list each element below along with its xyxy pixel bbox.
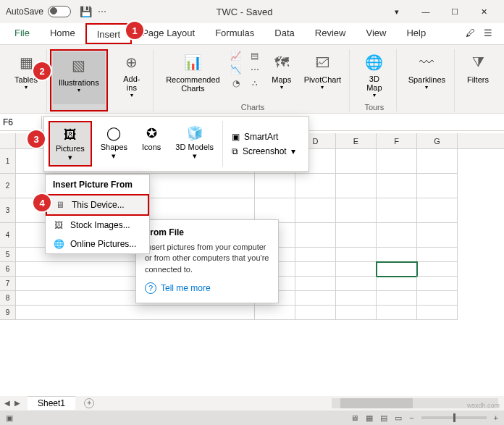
- tab-insert[interactable]: Insert: [85, 23, 133, 44]
- ribbon-collapse-icon[interactable]: ▾: [382, 0, 411, 23]
- page-layout-icon[interactable]: ▤: [380, 413, 387, 423]
- col-header-e[interactable]: E: [336, 133, 377, 148]
- row-header[interactable]: 9: [0, 306, 16, 320]
- col-header-g[interactable]: G: [417, 133, 458, 148]
- save-icon[interactable]: 💾: [80, 6, 92, 17]
- close-button[interactable]: ✕: [469, 0, 498, 23]
- cell[interactable]: [417, 149, 458, 174]
- 3d-models-button[interactable]: 🧊 3D Models▾: [169, 121, 219, 167]
- cell[interactable]: [295, 277, 336, 291]
- addins-button[interactable]: ⊕ Add-ins▾: [115, 49, 148, 101]
- chart-insert-5[interactable]: ⋯: [247, 63, 263, 76]
- this-device-item[interactable]: 🖥This Device...: [46, 194, 149, 216]
- cell[interactable]: [295, 262, 336, 277]
- col-header-f[interactable]: F: [377, 133, 417, 148]
- row-header[interactable]: 4: [0, 223, 16, 248]
- cell[interactable]: [295, 198, 336, 223]
- tab-data[interactable]: Data: [264, 23, 304, 44]
- cell[interactable]: [336, 291, 377, 306]
- maximize-button[interactable]: ☐: [440, 0, 469, 23]
- smartart-button[interactable]: ▣SmartArt: [229, 130, 298, 143]
- screenshot-button[interactable]: ⧉Screenshot▾: [229, 145, 298, 158]
- cell[interactable]: [377, 291, 417, 306]
- zoom-slider[interactable]: [421, 416, 487, 419]
- tab-file[interactable]: File: [4, 23, 40, 44]
- cell[interactable]: [295, 223, 336, 248]
- cell[interactable]: [16, 306, 255, 320]
- tab-review[interactable]: Review: [305, 23, 356, 44]
- tab-page-layout[interactable]: Page Layout: [132, 23, 205, 44]
- row-header[interactable]: 6: [0, 262, 16, 277]
- tab-home[interactable]: Home: [40, 23, 85, 44]
- cell[interactable]: [417, 262, 458, 277]
- cell[interactable]: [336, 248, 377, 262]
- recommended-charts-button[interactable]: 📊 Recommended Charts: [161, 49, 225, 101]
- sheet-nav-next[interactable]: ▶: [14, 399, 23, 407]
- cell[interactable]: [417, 174, 458, 198]
- minimize-button[interactable]: —: [411, 0, 440, 23]
- shapes-button[interactable]: ◯ Shapes▾: [95, 121, 133, 167]
- cell[interactable]: [377, 223, 417, 248]
- cell[interactable]: [295, 174, 336, 198]
- sparklines-button[interactable]: 〰 Sparklines▾: [404, 49, 450, 101]
- row-header[interactable]: 5: [0, 248, 16, 262]
- 3dmap-button[interactable]: 🌐 3D Map▾: [357, 49, 392, 101]
- chart-insert-2[interactable]: 📉: [228, 63, 244, 76]
- cell[interactable]: [377, 248, 417, 262]
- tab-formulas[interactable]: Formulas: [205, 23, 264, 44]
- chart-insert-1[interactable]: 📈: [228, 49, 244, 62]
- illustrations-button[interactable]: ▧ Illustrations▾: [53, 52, 105, 104]
- cell[interactable]: [417, 198, 458, 223]
- sheet-tab-1[interactable]: Sheet1: [28, 396, 75, 410]
- icons-button[interactable]: ✪ Icons: [136, 121, 167, 167]
- row-header[interactable]: 2: [0, 174, 16, 198]
- row-header[interactable]: 7: [0, 277, 16, 291]
- cell[interactable]: [336, 306, 377, 320]
- chart-insert-6[interactable]: ∴: [247, 77, 263, 90]
- cell[interactable]: [377, 277, 417, 291]
- cell[interactable]: [295, 248, 336, 262]
- name-box[interactable]: [0, 116, 42, 129]
- row-header[interactable]: 3: [0, 198, 16, 223]
- zoom-out-icon[interactable]: −: [409, 413, 413, 422]
- cell[interactable]: [255, 174, 295, 198]
- cell[interactable]: [336, 223, 377, 248]
- display-settings-icon[interactable]: 🖥: [350, 413, 358, 422]
- pivotchart-button[interactable]: 🗠 PivotChart▾: [301, 49, 345, 101]
- filters-button[interactable]: ⧩ Filters: [462, 49, 494, 101]
- cell[interactable]: [417, 248, 458, 262]
- tell-me-more-link[interactable]: ?Tell me more: [145, 282, 269, 294]
- maps-button[interactable]: 🗺 Maps▾: [266, 49, 298, 101]
- comments-button[interactable]: ☰: [481, 23, 495, 44]
- sheet-nav-prev[interactable]: ◀: [4, 399, 13, 407]
- pagebreak-view-icon[interactable]: ▭: [395, 413, 402, 423]
- chart-insert-3[interactable]: ◔: [228, 77, 244, 90]
- autosave-toggle[interactable]: AutoSave: [6, 6, 71, 17]
- cell[interactable]: [255, 306, 295, 320]
- cell[interactable]: [417, 277, 458, 291]
- cell[interactable]: [417, 291, 458, 306]
- cell[interactable]: [377, 198, 417, 223]
- pictures-button[interactable]: 🖼 Pictures▾: [49, 121, 92, 167]
- cell[interactable]: [417, 223, 458, 248]
- row-header[interactable]: 8: [0, 291, 16, 306]
- stock-images-item[interactable]: 🖼Stock Images...: [46, 216, 149, 235]
- add-sheet-button[interactable]: +: [84, 398, 94, 408]
- zoom-in-icon[interactable]: +: [494, 413, 498, 422]
- cell[interactable]: [417, 306, 458, 320]
- cell[interactable]: [336, 198, 377, 223]
- online-pictures-item[interactable]: 🌐Online Pictures...: [46, 235, 149, 253]
- cell[interactable]: [295, 291, 336, 306]
- cell[interactable]: [377, 262, 417, 277]
- normal-view-icon[interactable]: ▦: [366, 413, 373, 423]
- tab-help[interactable]: Help: [396, 23, 436, 44]
- row-header[interactable]: 1: [0, 149, 16, 174]
- cell[interactable]: [377, 174, 417, 198]
- cell[interactable]: [336, 277, 377, 291]
- select-all-corner[interactable]: [0, 133, 16, 148]
- cell[interactable]: [336, 149, 377, 174]
- share-button[interactable]: 🖊: [460, 23, 481, 44]
- record-macro-icon[interactable]: ▣: [6, 413, 13, 423]
- cell[interactable]: [336, 262, 377, 277]
- cell[interactable]: [377, 306, 417, 320]
